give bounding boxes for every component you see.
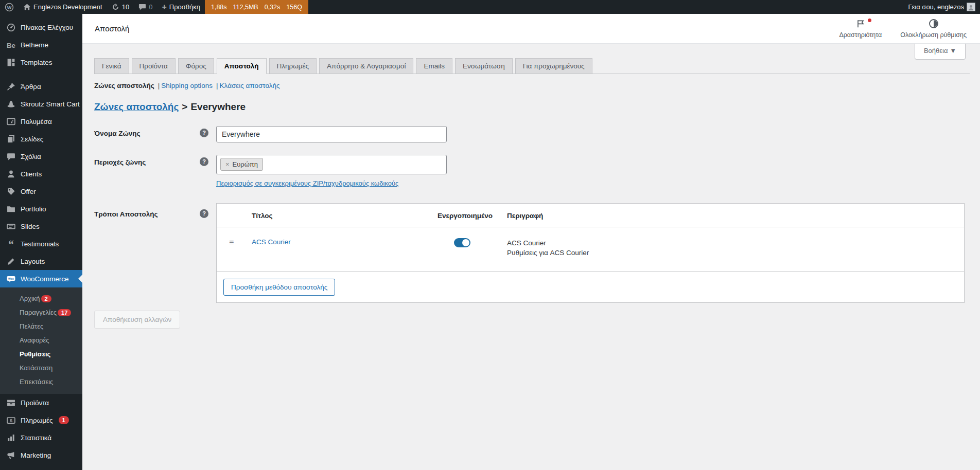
methods-table-footer: Προσθήκη μεθόδου αποστολής: [217, 272, 964, 302]
region-tag: × Ευρώπη: [220, 158, 263, 171]
comments-link[interactable]: 0: [134, 0, 157, 14]
zone-name-label: Όνομα Ζώνης: [94, 126, 200, 137]
save-changes-button[interactable]: Αποθήκευση αλλαγών: [94, 311, 180, 329]
offer-icon: [6, 186, 16, 196]
marketing-icon: [6, 450, 16, 460]
shipping-methods-row: Τρόποι Αποστολής ? Τίτλος Ενεργοποιημένο…: [94, 203, 970, 303]
column-enabled: Ενεργοποιημένο: [437, 212, 507, 220]
settings-tab[interactable]: Πληρωμές: [269, 58, 317, 74]
portfolio-icon: [6, 204, 16, 214]
betheme-icon: Be: [6, 40, 16, 50]
dashboard-icon: [6, 22, 16, 32]
settings-tabs: Γενικά Προϊόντα Φόρος Αποστολή Πληρωμές …: [94, 58, 970, 74]
update-count: 10: [122, 3, 129, 11]
sidebar-item[interactable]: Offer: [0, 183, 82, 200]
sidebar-item[interactable]: Slides: [0, 218, 82, 235]
limit-zip-link[interactable]: Περιορισμός σε συγκεκριμένους ZIP/ταχυδρ…: [216, 179, 398, 187]
activity-button[interactable]: Δραστηριότητα: [839, 19, 882, 39]
updates-link[interactable]: 10: [107, 0, 134, 14]
sidebar-item[interactable]: Σχόλια: [0, 148, 82, 165]
enabled-toggle[interactable]: [454, 238, 470, 247]
finish-setup-label: Ολοκλήρωση ρύθμισης: [900, 31, 967, 39]
testimonials-icon: “: [6, 239, 16, 249]
zone-name-row: Όνομα Ζώνης ?: [94, 126, 970, 142]
comment-count: 0: [149, 3, 152, 11]
remove-tag-icon[interactable]: ×: [225, 160, 230, 168]
drag-handle-icon[interactable]: ≡: [229, 238, 252, 247]
avatar: [967, 3, 975, 11]
sidebar-item[interactable]: Templates: [0, 53, 82, 71]
woocommerce-icon: Woo: [6, 274, 16, 284]
sidebar-item-woocommerce[interactable]: Woo WooCommerce: [0, 270, 82, 287]
flag-icon: [856, 19, 865, 30]
submenu-item[interactable]: Παραγγελίες17: [0, 305, 82, 319]
sidebar-item[interactable]: “ Testimonials: [0, 235, 82, 252]
wordpress-logo-menu[interactable]: W: [0, 0, 19, 14]
sidebar-item[interactable]: Σελίδες: [0, 130, 82, 148]
sidebar-content-group: Άρθρα Skroutz Smart Cart Πολυμέσα: [0, 78, 82, 270]
greeting-text: Γεια σου, englezos: [908, 3, 964, 11]
add-shipping-method-button[interactable]: Προσθήκη μεθόδου αποστολής: [223, 279, 335, 296]
finish-setup-button[interactable]: Ολοκλήρωση ρύθμισης: [900, 19, 967, 39]
templates-icon: [6, 57, 16, 67]
home-icon: [23, 3, 31, 11]
submenu-item[interactable]: Πελάτες: [0, 319, 82, 333]
methods-table-header: Τίτλος Ενεργοποιημένο Περιγραφή: [217, 204, 964, 227]
subnav-link[interactable]: Shipping options: [161, 82, 213, 89]
submenu-item[interactable]: Αρχική2: [0, 292, 82, 305]
settings-tab[interactable]: Αποστολή: [217, 58, 267, 74]
sidebar-item[interactable]: $ Πληρωμές 1: [0, 411, 82, 429]
sidebar-item[interactable]: Marketing: [0, 446, 82, 464]
submenu-item[interactable]: Επεκτάσεις: [0, 375, 82, 389]
sidebar-item[interactable]: Be Betheme: [0, 36, 82, 53]
sidebar-item[interactable]: Πολυμέσα: [0, 113, 82, 130]
settings-tab[interactable]: Φόρος: [178, 58, 214, 74]
submenu-item[interactable]: Αναφορές: [0, 333, 82, 347]
zone-regions-select[interactable]: × Ευρώπη: [216, 155, 447, 174]
sidebar-item[interactable]: Clients: [0, 165, 82, 183]
svg-text:$: $: [9, 418, 12, 423]
submenu-item[interactable]: Κατάσταση: [0, 361, 82, 375]
sidebar-item[interactable]: Προϊόντα: [0, 394, 82, 411]
payments-icon: $: [6, 415, 16, 425]
plus-icon: +: [162, 3, 166, 12]
admin-sidebar: Πίνακας Ελέγχου Be Betheme Templates: [0, 14, 82, 470]
comment-bubble-icon: [138, 3, 146, 11]
svg-text:“: “: [8, 240, 14, 248]
settings-tab[interactable]: Emails: [416, 58, 452, 74]
submenu-item[interactable]: Ρυθμίσεις: [0, 347, 82, 361]
settings-tab[interactable]: Απόρρητο & Λογαριασμοί: [319, 58, 413, 74]
query-monitor-button[interactable]: 1,88s 112,5MB 0,32s 156Q: [205, 0, 308, 14]
subnav-link[interactable]: Κλάσεις αποστολής: [220, 82, 280, 89]
posts-icon: [6, 81, 16, 92]
help-tip-icon[interactable]: ?: [200, 157, 208, 166]
method-description-sub: Ρυθμίσεις για ACS Courier: [507, 248, 952, 258]
help-tip-icon[interactable]: ?: [200, 209, 208, 218]
zone-regions-row: Περιοχές ζώνης ? × Ευρώπη Περιορισμός σε…: [94, 155, 970, 188]
site-name-link[interactable]: Englezos Development: [19, 0, 107, 14]
qm-db-time: 0,32s: [265, 4, 281, 11]
zone-name-input[interactable]: [216, 126, 447, 142]
my-account-link[interactable]: Γεια σου, englezos: [903, 3, 980, 11]
settings-tab[interactable]: Για προχωρημένους: [515, 58, 592, 74]
sidebar-item[interactable]: Στατιστικά: [0, 429, 82, 446]
sidebar-item[interactable]: Layouts: [0, 252, 82, 270]
sidebar-item[interactable]: Skroutz Smart Cart: [0, 95, 82, 113]
sidebar-item[interactable]: Άρθρα: [0, 78, 82, 95]
settings-tab[interactable]: Ενσωμάτωση: [455, 58, 513, 74]
subnav-link[interactable]: Ζώνες αποστολής: [94, 82, 154, 89]
help-tip-icon[interactable]: ?: [200, 129, 208, 137]
shipping-zones-link[interactable]: Ζώνες αποστολής: [94, 101, 179, 112]
contrast-circle-icon: [929, 19, 939, 30]
settings-tab[interactable]: Προϊόντα: [132, 58, 176, 74]
new-content-link[interactable]: + Προσθήκη: [157, 0, 205, 14]
shipping-method-link[interactable]: ACS Courier: [252, 238, 437, 246]
region-tag-label: Ευρώπη: [233, 160, 258, 168]
breadcrumb-separator: >: [182, 101, 187, 112]
sidebar-item[interactable]: Portfolio: [0, 200, 82, 218]
slides-icon: [6, 221, 16, 231]
qm-query-count: 156Q: [286, 4, 302, 11]
sidebar-item[interactable]: Πίνακας Ελέγχου: [0, 19, 82, 36]
settings-tab[interactable]: Γενικά: [94, 58, 129, 74]
breadcrumb-current: Everywhere: [190, 101, 246, 112]
